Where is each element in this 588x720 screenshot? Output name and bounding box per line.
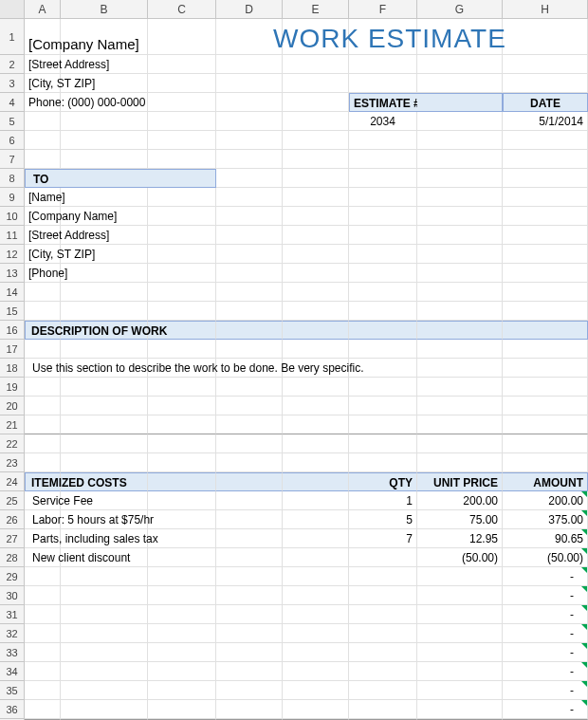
cell[interactable] bbox=[349, 245, 417, 264]
amount-header[interactable]: AMOUNT bbox=[503, 472, 588, 491]
cell[interactable] bbox=[349, 453, 417, 472]
row-header-3[interactable]: 3 bbox=[0, 74, 25, 93]
cell[interactable] bbox=[349, 415, 417, 434]
cell[interactable]: [City, ST ZIP] bbox=[25, 74, 61, 93]
date-value[interactable]: 5/1/2014 bbox=[503, 112, 588, 131]
row-header-9[interactable]: 9 bbox=[0, 188, 25, 207]
cell[interactable] bbox=[283, 245, 349, 264]
cell[interactable] bbox=[61, 453, 148, 472]
cell[interactable] bbox=[148, 453, 216, 472]
cell[interactable] bbox=[349, 643, 417, 662]
cell[interactable] bbox=[503, 188, 588, 207]
cell[interactable] bbox=[216, 472, 283, 491]
cell[interactable] bbox=[417, 283, 503, 302]
cell[interactable] bbox=[503, 207, 588, 226]
cell[interactable] bbox=[283, 681, 349, 700]
item-amount[interactable]: 200.00 bbox=[503, 491, 588, 510]
cell[interactable] bbox=[349, 434, 417, 453]
cell[interactable] bbox=[25, 397, 61, 415]
cell[interactable] bbox=[216, 150, 283, 169]
cell[interactable] bbox=[216, 415, 283, 434]
cell[interactable] bbox=[283, 131, 349, 150]
cell[interactable] bbox=[283, 434, 349, 453]
item-amount[interactable]: - bbox=[503, 681, 588, 700]
cell[interactable] bbox=[283, 112, 349, 131]
item-amount[interactable]: (50.00) bbox=[503, 548, 588, 567]
col-header-F[interactable]: F bbox=[349, 0, 417, 18]
row-header-26[interactable]: 26 bbox=[0, 510, 25, 529]
to-street[interactable]: [Street Address] bbox=[25, 226, 61, 245]
cell[interactable] bbox=[349, 340, 417, 359]
row-header-11[interactable]: 11 bbox=[0, 226, 25, 245]
cell[interactable] bbox=[148, 226, 216, 245]
cell[interactable] bbox=[417, 624, 503, 643]
cell[interactable] bbox=[216, 605, 283, 624]
to-name[interactable]: [Name] bbox=[25, 188, 61, 207]
cell[interactable] bbox=[148, 188, 216, 207]
cell[interactable] bbox=[283, 643, 349, 662]
cell[interactable] bbox=[349, 662, 417, 681]
cell[interactable] bbox=[417, 643, 503, 662]
cell[interactable] bbox=[216, 302, 283, 321]
cell[interactable] bbox=[417, 188, 503, 207]
cell[interactable] bbox=[61, 434, 148, 453]
cell[interactable] bbox=[25, 624, 61, 643]
cell[interactable] bbox=[503, 245, 588, 264]
cell[interactable] bbox=[283, 624, 349, 643]
cell[interactable] bbox=[417, 112, 503, 131]
cell[interactable] bbox=[216, 662, 283, 681]
cell[interactable] bbox=[148, 283, 216, 302]
cell[interactable] bbox=[148, 510, 216, 529]
cell[interactable] bbox=[417, 226, 503, 245]
cell[interactable] bbox=[61, 662, 148, 681]
estimate-number-value[interactable]: 2034 bbox=[349, 112, 417, 131]
row-header-23[interactable]: 23 bbox=[0, 453, 25, 472]
row-header-2[interactable]: 2 bbox=[0, 55, 25, 74]
row-header-34[interactable]: 34 bbox=[0, 662, 25, 681]
cell[interactable] bbox=[25, 567, 61, 586]
cell[interactable] bbox=[417, 681, 503, 700]
to-label[interactable]: TO bbox=[25, 169, 61, 188]
item-desc[interactable]: Parts, including sales tax bbox=[25, 529, 61, 548]
cell[interactable] bbox=[25, 662, 61, 681]
cell[interactable] bbox=[283, 453, 349, 472]
to-city[interactable]: [City, ST ZIP] bbox=[25, 245, 61, 264]
cell[interactable] bbox=[216, 169, 283, 188]
cell[interactable] bbox=[25, 302, 61, 321]
cell[interactable] bbox=[25, 283, 61, 302]
cell[interactable] bbox=[216, 643, 283, 662]
cell[interactable] bbox=[216, 321, 283, 340]
cell[interactable] bbox=[283, 283, 349, 302]
cell[interactable] bbox=[283, 529, 349, 548]
cell[interactable] bbox=[283, 340, 349, 359]
cell[interactable] bbox=[283, 321, 349, 340]
cell[interactable] bbox=[148, 302, 216, 321]
cell[interactable] bbox=[216, 188, 283, 207]
cell[interactable] bbox=[283, 567, 349, 586]
estimate-number-label[interactable]: ESTIMATE # bbox=[349, 93, 417, 112]
cell[interactable] bbox=[283, 415, 349, 434]
cell[interactable] bbox=[216, 226, 283, 245]
row-header-13[interactable]: 13 bbox=[0, 264, 25, 283]
cell[interactable] bbox=[503, 169, 588, 188]
cell[interactable] bbox=[503, 453, 588, 472]
item-amount[interactable]: - bbox=[503, 662, 588, 681]
cell[interactable] bbox=[25, 340, 61, 359]
cell[interactable] bbox=[503, 283, 588, 302]
row-header-29[interactable]: 29 bbox=[0, 567, 25, 586]
item-qty[interactable]: 5 bbox=[349, 510, 417, 529]
cell[interactable] bbox=[417, 415, 503, 434]
item-desc[interactable]: New client discount bbox=[25, 548, 61, 567]
cell[interactable] bbox=[148, 624, 216, 643]
cell[interactable] bbox=[283, 548, 349, 567]
item-qty[interactable] bbox=[349, 548, 417, 567]
cell[interactable] bbox=[417, 169, 503, 188]
item-amount[interactable]: - bbox=[503, 605, 588, 624]
cell[interactable] bbox=[216, 93, 283, 112]
cell[interactable] bbox=[349, 131, 417, 150]
cell[interactable] bbox=[349, 55, 417, 74]
cell[interactable]: [Street Address] bbox=[25, 55, 61, 74]
cell[interactable] bbox=[61, 131, 148, 150]
cell[interactable] bbox=[503, 359, 588, 378]
cell[interactable] bbox=[417, 567, 503, 586]
